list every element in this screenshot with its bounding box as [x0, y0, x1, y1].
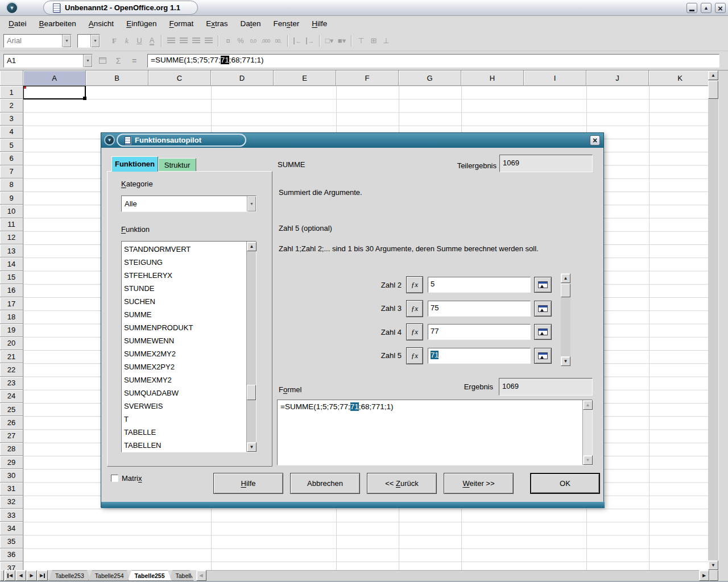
column-header[interactable]: C: [148, 70, 211, 86]
formel-text[interactable]: =SUMME(1;5;75;77;71;68;771;1): [278, 400, 582, 465]
row-header[interactable]: 1: [0, 86, 23, 99]
row-header[interactable]: 24: [0, 390, 23, 403]
align-bottom-icon[interactable]: ⊥: [380, 35, 392, 47]
split-handle[interactable]: [0, 570, 4, 581]
shrink-button[interactable]: [534, 277, 552, 293]
dialog-titlebar[interactable]: ▼ Funktionsautopilot ×: [101, 133, 603, 148]
menu-item[interactable]: Fenster: [267, 17, 306, 30]
row-header[interactable]: 26: [0, 416, 23, 429]
row-header[interactable]: 31: [0, 483, 23, 496]
scroll-up-button[interactable]: [247, 242, 257, 251]
scroll-up-button[interactable]: [583, 400, 593, 410]
row-header[interactable]: 6: [0, 152, 23, 165]
menu-item[interactable]: Format: [163, 17, 200, 30]
function-autopilot-icon[interactable]: [96, 55, 109, 66]
tab-struktur[interactable]: Struktur: [158, 158, 196, 172]
vertical-scrollbar[interactable]: [708, 70, 718, 570]
function-autopilot-button[interactable]: [406, 300, 423, 317]
font-color-icon[interactable]: A: [146, 35, 158, 47]
close-button[interactable]: ×: [715, 3, 726, 13]
scroll-up-button[interactable]: [561, 273, 570, 283]
hilfe-button[interactable]: Hilfe: [213, 473, 283, 494]
chevron-down-icon[interactable]: ▼: [247, 196, 256, 211]
dialog-menu-button[interactable]: ▼: [104, 135, 115, 146]
scroll-down-button[interactable]: [561, 356, 570, 366]
function-list-item[interactable]: TABELLEN: [122, 439, 246, 452]
function-list-item[interactable]: T: [122, 413, 246, 426]
argument-input[interactable]: 75: [428, 301, 531, 317]
row-header[interactable]: 8: [0, 178, 23, 192]
row-header[interactable]: 3: [0, 113, 23, 126]
row-header[interactable]: 2: [0, 99, 23, 112]
menu-item[interactable]: Bearbeiten: [33, 17, 82, 30]
minimize-button[interactable]: [686, 3, 697, 13]
row-header[interactable]: 10: [0, 205, 23, 218]
column-header[interactable]: J: [586, 70, 649, 86]
row-header[interactable]: 12: [0, 231, 23, 244]
function-list-item[interactable]: STUNDE: [122, 282, 246, 295]
row-header[interactable]: 7: [0, 165, 23, 178]
row-header[interactable]: 23: [0, 377, 23, 390]
sheet-tab[interactable]: Tabelle253: [48, 570, 91, 581]
sheet-tab[interactable]: Tabelle: [169, 570, 194, 581]
column-header[interactable]: B: [86, 70, 148, 86]
scroll-right-button[interactable]: [699, 570, 709, 581]
select-all-corner[interactable]: [0, 70, 23, 86]
row-header[interactable]: 5: [0, 139, 23, 152]
function-list-item[interactable]: STANDNORMVERT: [122, 243, 246, 256]
menu-item[interactable]: Ansicht: [82, 17, 120, 30]
sum-icon[interactable]: [112, 55, 125, 66]
number-format-currency-icon[interactable]: ¤: [222, 35, 234, 47]
function-list-item[interactable]: STEIGUNG: [122, 256, 246, 269]
function-list-item[interactable]: SUMMENPRODUKT: [122, 321, 246, 334]
chevron-down-icon[interactable]: ▼: [90, 35, 100, 47]
row-header[interactable]: 29: [0, 456, 23, 469]
arguments-scrollbar[interactable]: [561, 273, 570, 366]
column-header[interactable]: K: [649, 70, 708, 86]
increase-indent-icon[interactable]: →: [304, 35, 316, 47]
function-list-scrollbar[interactable]: [246, 242, 256, 452]
menu-item[interactable]: Einfügen: [120, 17, 163, 30]
function-autopilot-button[interactable]: [406, 347, 423, 364]
row-header[interactable]: 19: [0, 324, 23, 337]
column-header[interactable]: H: [461, 70, 524, 86]
row-header[interactable]: 27: [0, 430, 23, 443]
matrix-checkbox[interactable]: [111, 475, 118, 482]
fill-handle[interactable]: [83, 97, 86, 100]
next-sheet-button[interactable]: ▶: [26, 570, 37, 581]
zurueck-button[interactable]: << Zurück: [367, 473, 437, 494]
align-center-icon[interactable]: [177, 35, 190, 47]
scroll-down-button[interactable]: [708, 560, 718, 570]
dialog-close-button[interactable]: ×: [590, 135, 600, 146]
argument-input[interactable]: 5: [428, 277, 531, 293]
row-header[interactable]: 14: [0, 257, 23, 271]
menu-item[interactable]: Extras: [200, 17, 234, 30]
borders-icon[interactable]: □▾: [323, 35, 336, 47]
number-format-standard-icon[interactable]: 0,0: [247, 35, 259, 47]
row-header[interactable]: 11: [0, 218, 23, 231]
align-top-icon[interactable]: ⊤: [355, 35, 367, 47]
function-list-item[interactable]: SUMMEXMY2: [122, 373, 246, 386]
scroll-thumb[interactable]: [247, 385, 256, 400]
argument-input[interactable]: 77: [428, 324, 531, 340]
function-list-item[interactable]: TABELLE: [122, 426, 246, 439]
argument-input[interactable]: 71: [428, 348, 531, 364]
underline-icon[interactable]: U: [133, 35, 146, 47]
row-header[interactable]: 37: [0, 562, 23, 570]
function-list-item[interactable]: SUMMEX2MY2: [122, 347, 246, 360]
shrink-button[interactable]: [534, 301, 552, 317]
column-header[interactable]: E: [274, 70, 336, 86]
row-header[interactable]: 4: [0, 126, 23, 139]
background-color-icon[interactable]: ■▾: [336, 35, 348, 47]
row-header[interactable]: 22: [0, 363, 23, 376]
add-decimal-icon[interactable]: ,000: [259, 35, 272, 47]
row-header[interactable]: 28: [0, 443, 23, 456]
chevron-down-icon[interactable]: ▼: [83, 55, 92, 67]
function-autopilot-button[interactable]: [406, 276, 423, 293]
function-list-item[interactable]: SUMMEWENN: [122, 334, 246, 347]
row-header[interactable]: 18: [0, 310, 23, 323]
font-name-combo[interactable]: Arial ▼: [3, 34, 72, 48]
ok-button[interactable]: OK: [530, 473, 600, 494]
align-justify-icon[interactable]: [202, 35, 215, 47]
menu-item[interactable]: Daten: [234, 17, 267, 30]
